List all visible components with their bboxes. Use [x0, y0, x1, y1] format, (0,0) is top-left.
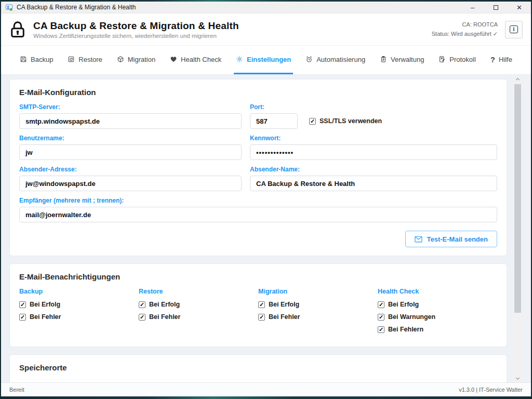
port-label: Port:	[250, 103, 497, 111]
scroll-down-arrow[interactable]	[513, 374, 522, 382]
tab-migration[interactable]: Migration	[115, 46, 157, 74]
gear-icon	[236, 56, 243, 63]
notify-group-backup: Backup ✓Bei Erfolg ✓Bei Fehler	[19, 288, 139, 338]
tab-hilfe[interactable]: ? Hilfe	[488, 46, 514, 74]
tab-einstellungen[interactable]: Einstellungen	[234, 46, 293, 74]
floppy-icon	[20, 56, 27, 63]
restore-icon	[68, 56, 75, 63]
tab-verwaltung[interactable]: Verwaltung	[378, 46, 426, 74]
sender-address-label: Absender-Adresse:	[19, 166, 242, 173]
tab-restore[interactable]: Restore	[65, 46, 104, 74]
sender-name-input[interactable]	[250, 176, 497, 191]
ca-status-label: Status: Wird ausgeführt ✓	[432, 30, 498, 38]
tab-health-check[interactable]: Health Check	[168, 46, 223, 74]
checkbox-row[interactable]: ✓Bei Erfolg	[258, 301, 378, 308]
checkbox[interactable]: ✓	[378, 301, 384, 308]
smtp-field: SMTP-Server:	[19, 103, 242, 129]
checkbox-row[interactable]: ✓Bei Erfolg	[19, 301, 139, 308]
header-titles: CA Backup & Restore & Migration & Health…	[33, 20, 432, 39]
checkbox-row[interactable]: ✓Bei Erfolg	[139, 301, 258, 308]
tab-label: Protokoll	[449, 56, 476, 63]
password-field: Kennwort:	[250, 135, 497, 160]
password-input[interactable]	[250, 144, 497, 160]
checkbox-row[interactable]: ✓Bei Fehler	[139, 313, 258, 321]
checkbox-label: Bei Fehlern	[388, 326, 423, 333]
send-test-email-button[interactable]: Test-E-Mail senden	[405, 231, 497, 247]
send-test-email-label: Test-E-Mail senden	[427, 235, 488, 243]
checkbox-label: Bei Erfolg	[269, 301, 299, 308]
username-label: Benutzername:	[19, 135, 242, 142]
checkbox[interactable]: ✓	[19, 301, 26, 308]
tab-label: Restore	[78, 56, 102, 63]
email-config-title: E-Mail-Konfiguration	[19, 88, 497, 97]
recipients-label: Empfänger (mehrere mit ; trennen):	[19, 197, 497, 204]
settings-content: E-Mail-Konfiguration SMTP-Server: Port: …	[1, 75, 531, 382]
tab-backup[interactable]: Backup	[18, 46, 55, 74]
envelope-icon	[415, 236, 422, 243]
sender-name-field: Absender-Name:	[250, 166, 497, 191]
checkbox[interactable]: ✓	[258, 301, 265, 308]
ca-name-label: CA: ROOTCA	[432, 20, 498, 29]
app-window: CA Backup & Restore & Migration & Health…	[1, 2, 531, 396]
checkbox-row[interactable]: ✓Bei Erfolg	[378, 301, 497, 308]
checkbox-row[interactable]: ✓Bei Warnungen	[378, 313, 497, 321]
close-button[interactable]: ✕	[508, 2, 531, 13]
checkbox-label: Bei Erfolg	[149, 301, 180, 308]
sender-address-input[interactable]	[19, 176, 242, 191]
scrollbar[interactable]	[513, 75, 522, 382]
status-text: Bereit	[9, 387, 24, 393]
info-button[interactable]: i	[505, 21, 523, 38]
maximize-button[interactable]	[484, 2, 508, 13]
checkbox-label: Bei Warnungen	[388, 313, 435, 321]
storage-locations-card: Speicherorte Konfiguration: C:\ProgramDa…	[9, 354, 507, 382]
group-label: Restore	[139, 288, 258, 295]
password-label: Kennwort:	[250, 135, 497, 142]
clipboard-icon	[380, 56, 387, 63]
port-input[interactable]	[250, 113, 298, 129]
ssl-checkbox[interactable]: ✓	[309, 118, 316, 125]
question-icon: ?	[490, 55, 495, 64]
checkbox[interactable]: ✓	[378, 326, 384, 333]
email-notifications-card: E-Mail-Benachrichtigungen Backup ✓Bei Er…	[9, 263, 507, 347]
recipients-field: Empfänger (mehrere mit ; trennen):	[19, 197, 497, 222]
checkbox-row[interactable]: ✓Bei Fehler	[19, 313, 139, 321]
version-text: v1.3.0 | IT-Service Walter	[459, 387, 523, 393]
smtp-input[interactable]	[19, 113, 242, 129]
maximize-icon	[494, 5, 498, 10]
sender-name-label: Absender-Name:	[250, 166, 497, 173]
page-subtitle: Windows Zertifizierungsstelle sichern, w…	[33, 33, 432, 39]
tab-label: Verwaltung	[391, 56, 424, 63]
checkbox[interactable]: ✓	[19, 314, 26, 321]
email-config-card: E-Mail-Konfiguration SMTP-Server: Port: …	[9, 79, 507, 256]
tab-bar: Backup Restore Migration Health Check Ei…	[1, 46, 531, 75]
window-controls: – ✕	[461, 2, 531, 13]
checkbox-row[interactable]: ✓Bei Fehlern	[378, 326, 497, 333]
ssl-checkbox-row[interactable]: ✓ SSL/TLS verwenden	[309, 117, 382, 125]
alarm-icon	[305, 56, 313, 63]
tab-automatisierung[interactable]: Automatisierung	[303, 46, 367, 74]
group-label: Migration	[258, 288, 378, 295]
tab-protokoll[interactable]: Protokoll	[436, 46, 478, 74]
checkbox-row[interactable]: ✓Bei Fehler	[258, 313, 378, 321]
email-notifications-title: E-Mail-Benachrichtigungen	[19, 272, 497, 281]
checkbox[interactable]: ✓	[139, 301, 145, 308]
sender-address-field: Absender-Adresse:	[19, 166, 242, 191]
username-input[interactable]	[19, 144, 242, 160]
checkbox[interactable]: ✓	[258, 314, 265, 321]
desktop-background: CA Backup & Restore & Migration & Health…	[0, 0, 532, 399]
group-label: Backup	[19, 288, 139, 295]
username-field: Benutzername:	[19, 135, 242, 160]
status-bar: Bereit v1.3.0 | IT-Service Walter	[1, 382, 531, 396]
tab-label: Einstellungen	[247, 56, 291, 63]
minimize-button[interactable]: –	[461, 2, 484, 13]
checkbox[interactable]: ✓	[139, 314, 145, 321]
recipients-input[interactable]	[19, 207, 497, 222]
smtp-label: SMTP-Server:	[19, 103, 242, 111]
checkbox[interactable]: ✓	[378, 314, 384, 321]
info-icon: i	[510, 25, 518, 33]
scrollbar-thumb[interactable]	[514, 84, 521, 313]
scroll-up-arrow[interactable]	[513, 75, 522, 83]
storage-locations-title: Speicherorte	[19, 363, 497, 372]
checkbox-label: Bei Erfolg	[30, 301, 60, 308]
group-label: Health Check	[378, 288, 497, 295]
